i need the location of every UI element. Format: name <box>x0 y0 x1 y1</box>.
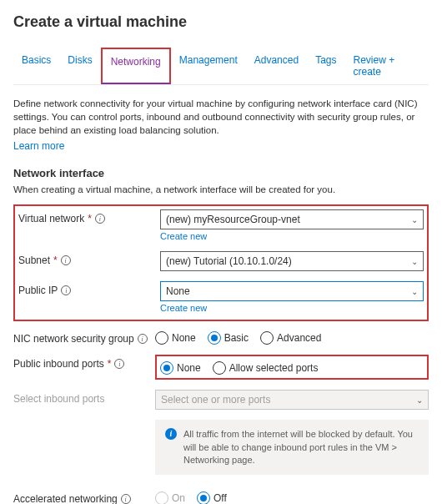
selports-label: Select inbound ports <box>13 393 104 405</box>
tab-networking[interactable]: Networking <box>101 48 171 84</box>
inbound-info-box: i All traffic from the internet will be … <box>155 420 429 475</box>
info-icon[interactable]: i <box>114 359 124 369</box>
chevron-down-icon: ⌄ <box>411 257 418 266</box>
nsg-radio-group: None Basic Advanced <box>155 330 429 345</box>
vnet-value: (new) myResourceGroup-vnet <box>166 214 300 225</box>
selports-select: Select one or more ports ⌄ <box>155 390 429 410</box>
pip-label: Public IP <box>18 285 58 296</box>
tab-disks[interactable]: Disks <box>59 48 100 84</box>
tabs: Basics Disks Networking Management Advan… <box>13 48 429 85</box>
vnet-select[interactable]: (new) myResourceGroup-vnet ⌄ <box>160 209 424 229</box>
selports-placeholder: Select one or more ports <box>161 394 270 406</box>
nsg-label: NIC network security group <box>13 333 134 345</box>
info-icon[interactable]: i <box>121 494 131 504</box>
tab-review[interactable]: Review + create <box>345 48 429 84</box>
nsg-radio-none[interactable]: None <box>155 331 196 345</box>
section-network-interface: Network interface <box>13 167 429 179</box>
inbound-info-text: All traffic from the internet will be bl… <box>183 428 419 466</box>
learn-more-link[interactable]: Learn more <box>13 140 64 152</box>
accel-radio-off[interactable]: Off <box>197 491 227 504</box>
vnet-label: Virtual network <box>18 213 84 224</box>
chevron-down-icon: ⌄ <box>411 287 418 296</box>
inbound-label: Public inbound ports <box>13 358 104 370</box>
vnet-create-new[interactable]: Create new <box>160 231 424 241</box>
tab-tags[interactable]: Tags <box>307 48 344 84</box>
pip-create-new[interactable]: Create new <box>160 303 424 313</box>
pip-value: None <box>166 285 190 297</box>
info-icon[interactable]: i <box>138 334 148 344</box>
highlighted-inbound-group: None Allow selected ports <box>155 355 429 380</box>
chevron-down-icon: ⌄ <box>411 215 418 224</box>
highlighted-network-group: Virtual network * i (new) myResourceGrou… <box>13 204 429 321</box>
nsg-radio-advanced[interactable]: Advanced <box>260 331 321 345</box>
intro-text: Define network connectivity for your vir… <box>13 97 429 137</box>
section-ni-sub: When creating a virtual machine, a netwo… <box>13 184 429 194</box>
tab-advanced[interactable]: Advanced <box>246 48 307 84</box>
inbound-radio-allow[interactable]: Allow selected ports <box>213 361 319 375</box>
info-icon[interactable]: i <box>95 214 105 224</box>
chevron-down-icon: ⌄ <box>416 396 423 405</box>
subnet-label: Subnet <box>18 255 50 266</box>
subnet-value: (new) Tutorial (10.10.1.0/24) <box>166 255 292 267</box>
required-mark: * <box>88 213 92 224</box>
required-mark: * <box>53 255 58 266</box>
accel-radio-on: On <box>155 491 185 504</box>
subnet-select[interactable]: (new) Tutorial (10.10.1.0/24) ⌄ <box>160 251 424 271</box>
tab-management[interactable]: Management <box>171 48 246 84</box>
pip-select[interactable]: None ⌄ <box>160 281 424 301</box>
info-icon: i <box>165 428 177 440</box>
nsg-radio-basic[interactable]: Basic <box>208 331 249 345</box>
info-icon[interactable]: i <box>61 255 71 265</box>
accel-label: Accelerated networking <box>13 493 118 504</box>
tab-basics[interactable]: Basics <box>13 48 59 84</box>
required-mark: * <box>108 358 112 370</box>
page-title: Create a virtual machine <box>13 13 429 31</box>
inbound-radio-none[interactable]: None <box>160 361 201 375</box>
info-icon[interactable]: i <box>61 285 71 295</box>
